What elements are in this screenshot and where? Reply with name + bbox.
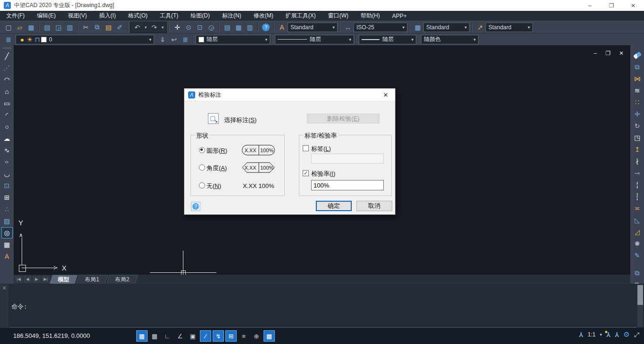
copy-object-icon[interactable]: ⧉ <box>632 61 643 73</box>
object-snap-tracking-toggle[interactable]: ↯ <box>213 330 224 342</box>
undo-icon[interactable]: ↶ <box>132 22 143 33</box>
polyline-icon[interactable]: ◠ <box>1 74 13 85</box>
tab-layout2[interactable]: 布局2 <box>107 275 138 284</box>
rectangle-icon[interactable]: ▭ <box>1 98 13 109</box>
angular-radio[interactable] <box>199 164 205 171</box>
menu-format[interactable]: 格式(O) <box>122 11 154 21</box>
menu-express-tools[interactable]: 扩展工具(X) <box>280 11 322 21</box>
polar-tracking-toggle[interactable]: ∠ <box>174 330 186 342</box>
table-style-combo[interactable]: Standard▾ <box>423 23 470 32</box>
chevron-down-icon[interactable]: ▾ <box>600 332 602 337</box>
round-radio[interactable] <box>199 147 205 153</box>
fullscreen-icon[interactable]: ⤢ <box>634 331 639 339</box>
mleader-style-combo[interactable]: Standard▾ <box>486 23 533 32</box>
tab-nav-next[interactable]: ▶ <box>33 276 41 283</box>
construction-line-icon[interactable]: ⋰ <box>1 62 13 74</box>
new-file-icon[interactable]: ▢ <box>3 22 14 33</box>
pan-icon[interactable]: ✛ <box>172 22 183 33</box>
offset-icon[interactable]: ≋ <box>632 85 643 96</box>
ellipse-arc-icon[interactable]: ◡ <box>1 168 13 180</box>
command-close-icon[interactable]: ✕ <box>2 285 6 291</box>
array-icon[interactable]: ∷ <box>632 97 643 108</box>
lineweight-display-toggle[interactable]: ≡ <box>238 330 249 342</box>
tab-nav-first[interactable]: |◀ <box>15 276 23 283</box>
trim-icon[interactable]: ∤ <box>632 156 643 167</box>
erase-icon[interactable] <box>632 49 643 61</box>
tool-palettes-icon[interactable]: ▥ <box>244 22 256 33</box>
insert-block-icon[interactable]: ⊡ <box>1 180 13 191</box>
cut-icon[interactable]: ✂ <box>80 22 91 33</box>
annotation-scale-icon[interactable]: Y <box>579 331 583 338</box>
menu-edit[interactable]: 编辑(E) <box>31 11 62 21</box>
dialog-help-button[interactable]: ? <box>191 202 200 211</box>
toolbar-grip[interactable] <box>3 48 11 49</box>
polygon-icon[interactable]: ⌂ <box>1 86 13 97</box>
publish-icon[interactable]: ▥ <box>64 22 75 33</box>
move-icon[interactable]: ✛ <box>632 108 643 120</box>
block-editor-icon[interactable]: ✎ <box>632 250 643 261</box>
tab-model[interactable]: 模型 <box>50 275 78 284</box>
angular-radio-label[interactable]: 角度(A) <box>206 164 227 172</box>
layer-previous-icon[interactable]: ↩ <box>168 34 180 45</box>
snap-reference-toggle[interactable]: ⊞ <box>225 330 237 342</box>
spline-icon[interactable]: ∿ <box>1 145 13 156</box>
table-icon[interactable]: ▦ <box>1 239 13 250</box>
layer-combo[interactable]: ● ☀ ⊓ 0 ▾ <box>16 35 154 44</box>
label-checkbox-label[interactable]: 标签(L) <box>311 145 331 153</box>
layer-on-bulb-icon[interactable]: ● <box>18 34 26 45</box>
zoom-window-icon[interactable]: ⊡ <box>194 22 206 33</box>
menu-help[interactable]: 帮助(H) <box>355 11 386 21</box>
undo-dropdown-icon[interactable]: ▾ <box>143 22 149 33</box>
layer-states-icon[interactable]: ≣ <box>180 34 191 45</box>
break-at-point-icon[interactable]: ┆ <box>632 191 643 202</box>
design-center-icon[interactable]: ▦ <box>233 22 244 33</box>
dim-style-combo[interactable]: ISO-25▾ <box>354 23 407 32</box>
label-checkbox[interactable] <box>303 145 309 151</box>
print-icon[interactable]: ▤ <box>41 22 53 33</box>
join-icon[interactable]: ≍ <box>632 203 643 214</box>
remove-inspection-button[interactable]: 删除检验(E) <box>307 114 380 123</box>
rate-checkbox[interactable]: ✓ <box>303 170 309 176</box>
rotate-icon[interactable]: ↻ <box>632 120 643 131</box>
stretch-icon[interactable]: ↥ <box>632 144 643 155</box>
linetype-combo[interactable]: 随层 ▾ <box>275 35 354 44</box>
command-scrollbar-thumb[interactable] <box>637 285 643 305</box>
menu-insert[interactable]: 插入(I) <box>93 11 122 21</box>
rate-input[interactable] <box>311 180 384 190</box>
save-icon[interactable]: ▦ <box>25 22 37 33</box>
match-properties-icon[interactable]: ✐ <box>114 22 125 33</box>
print-preview-icon[interactable]: ◲ <box>53 22 64 33</box>
zoom-realtime-icon[interactable]: ⊙ <box>183 22 194 33</box>
mdi-restore-button[interactable]: ❐ <box>605 50 611 57</box>
select-dimension-button[interactable]: ▢ ↘ <box>208 113 219 124</box>
extend-icon[interactable]: ⊸ <box>632 167 643 179</box>
menu-modify[interactable]: 修改(M) <box>248 11 280 21</box>
make-object-layer-current-icon[interactable]: ⇓ <box>157 34 168 45</box>
redo-dropdown-icon[interactable]: ▾ <box>160 22 165 33</box>
menu-view[interactable]: 视图(V) <box>62 11 93 21</box>
menu-tools[interactable]: 工具(T) <box>154 11 184 21</box>
help-icon[interactable]: ? <box>260 22 272 33</box>
layer-freeze-icon[interactable]: ☀ <box>26 34 33 45</box>
menu-dimension[interactable]: 标注(N) <box>216 11 248 21</box>
menu-draw[interactable]: 绘图(D) <box>184 11 216 21</box>
round-radio-label[interactable]: 圆形(R) <box>206 147 227 155</box>
break-icon[interactable]: ¦ <box>632 179 643 190</box>
lineweight-combo[interactable]: 随层 ▾ <box>359 35 416 44</box>
plot-style-combo[interactable]: 随颜色 ▾ <box>421 35 479 44</box>
settings-gear-icon[interactable]: ⚙ <box>623 330 629 339</box>
auto-annotation-icon[interactable]: Y <box>615 331 619 338</box>
properties-palette-icon[interactable]: ▤ <box>222 22 233 33</box>
dynamic-ucs-toggle[interactable]: ▩ <box>264 330 275 342</box>
ok-button[interactable]: 确定 <box>316 201 352 211</box>
ellipse-icon[interactable]: ○ <box>1 158 13 166</box>
rate-checkbox-label[interactable]: 检验率(I) <box>311 170 335 178</box>
layer-lock-icon[interactable]: ⊓ <box>33 34 41 45</box>
label-input[interactable] <box>311 154 384 164</box>
close-button[interactable]: ✕ <box>622 0 644 11</box>
snap-mode-toggle[interactable]: ▦ <box>136 330 148 342</box>
ortho-mode-toggle[interactable]: ∟ <box>162 330 173 342</box>
explode-icon[interactable]: ✺ <box>632 238 643 249</box>
color-combo[interactable]: 随层 ▾ <box>196 35 270 44</box>
copy-icon[interactable]: ⧉ <box>91 22 103 33</box>
